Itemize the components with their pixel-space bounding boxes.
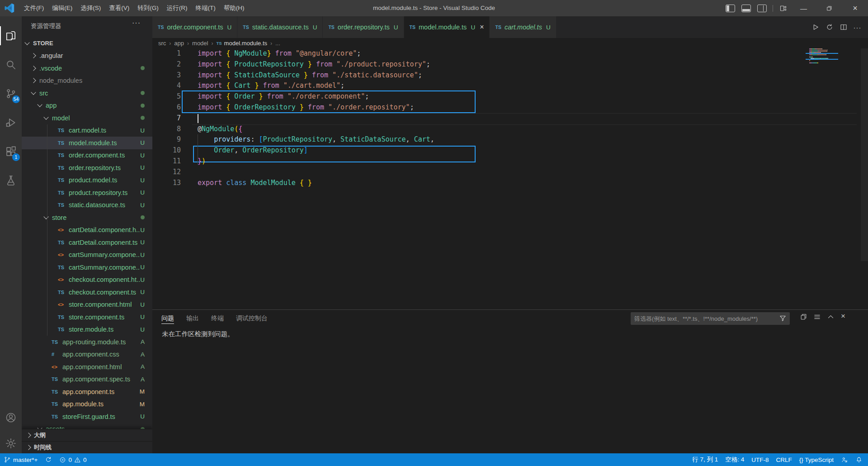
tree-item-model.module.ts[interactable]: TSmodel.module.tsU	[22, 137, 152, 149]
tree-item-order.component.ts[interactable]: TSorder.component.tsU	[22, 149, 152, 162]
tab-order.component.ts[interactable]: TSorder.component.tsU	[152, 16, 237, 38]
language-mode-status[interactable]: {} TypeScript	[796, 453, 837, 466]
tree-item-src[interactable]: src	[22, 87, 152, 100]
editor-scrollbar[interactable]	[861, 48, 868, 261]
breadcrumb-item[interactable]: src	[158, 40, 166, 47]
explorer-more-actions-icon[interactable]: ···	[132, 19, 141, 27]
split-editor-icon[interactable]	[836, 23, 850, 31]
customize-layout-icon[interactable]	[779, 5, 787, 12]
breadcrumb-item[interactable]: app	[174, 40, 184, 47]
tab-cart.model.ts[interactable]: TScart.model.tsU	[490, 16, 556, 38]
breadcrumb-file[interactable]: model.module.ts	[224, 40, 267, 47]
tree-item-store.module.ts[interactable]: TSstore.module.tsU	[22, 323, 152, 336]
activity-account[interactable]	[0, 407, 22, 428]
titlebar-separator	[773, 5, 773, 12]
notifications-bell-icon[interactable]	[852, 453, 866, 466]
tree-item-static.datasource.ts[interactable]: TSstatic.datasource.tsU	[22, 199, 152, 212]
close-panel-icon[interactable]: ×	[838, 312, 849, 321]
tree-item-app.component.html[interactable]: <>app.component.htmlA	[22, 361, 152, 373]
tree-item-store.component.ts[interactable]: TSstore.component.tsU	[22, 311, 152, 323]
tree-item-checkout.component.ts[interactable]: TScheckout.component.tsU	[22, 286, 152, 299]
tree-item-store[interactable]: store	[22, 211, 152, 224]
group-icon[interactable]	[798, 313, 809, 321]
tree-item-cartSummary.compone...[interactable]: TScartSummary.compone...U	[22, 261, 152, 274]
breadcrumb-symbol[interactable]: ...	[275, 40, 280, 47]
publish-changes-button[interactable]	[41, 453, 56, 466]
menu-V[interactable]: 查看(V)	[105, 0, 133, 16]
tree-item-product.repository.ts[interactable]: TSproduct.repository.tsU	[22, 186, 152, 199]
close-window-button[interactable]: ×	[842, 0, 868, 16]
tree-item-label: app	[46, 102, 141, 109]
minimize-button[interactable]: —	[791, 0, 816, 16]
ts-file-icon: TS	[158, 24, 164, 30]
indentation-status[interactable]: 空格: 4	[722, 453, 748, 466]
menu-R[interactable]: 运行(R)	[163, 0, 192, 16]
run-icon[interactable]	[808, 23, 822, 31]
tree-item-cartDetail.component.ts[interactable]: TScartDetail.component.tsU	[22, 236, 152, 249]
outline-section[interactable]: 大纲	[22, 429, 152, 441]
tree-item-storeFirst.guard.ts[interactable]: TSstoreFirst.guard.tsU	[22, 410, 152, 423]
menu-F[interactable]: 文件(F)	[20, 0, 48, 16]
maximize-panel-icon[interactable]	[825, 313, 836, 321]
tree-item-app.component.ts[interactable]: TSapp.component.tsM	[22, 385, 152, 398]
activity-explorer[interactable]	[0, 25, 22, 46]
tree-item-app.module.ts[interactable]: TSapp.module.tsM	[22, 398, 152, 411]
sync-icon[interactable]	[822, 23, 836, 31]
problems-status[interactable]: 00	[56, 453, 90, 466]
activity-source-control[interactable]: 54	[0, 83, 22, 104]
tree-item-model[interactable]: model	[22, 112, 152, 124]
view-as-list-icon[interactable]	[811, 313, 822, 321]
tab-model.module.ts[interactable]: TSmodel.module.tsU×	[404, 16, 490, 38]
tree-item-store.component.html[interactable]: <>store.component.htmlU	[22, 299, 152, 311]
more-actions-icon[interactable]: ···	[850, 24, 864, 31]
toggle-panel-icon[interactable]	[741, 5, 751, 12]
tab-static.datasource.ts[interactable]: TSstatic.datasource.tsU	[237, 16, 323, 38]
activity-testing[interactable]	[0, 170, 22, 191]
tree-item-.angular[interactable]: .angular	[22, 50, 152, 62]
menu-H[interactable]: 帮助(H)	[220, 0, 249, 16]
git-status-badge: U	[140, 177, 145, 184]
panel-tab-终端[interactable]: 终端	[211, 310, 224, 326]
timeline-section[interactable]: 时间线	[22, 441, 152, 453]
tree-item-app.component.spec.ts[interactable]: TSapp.component.spec.tsA	[22, 373, 152, 386]
filter-input[interactable]	[631, 312, 782, 325]
tree-item-cartSummary.compone...[interactable]: <>cartSummary.compone...U	[22, 249, 152, 262]
close-tab-icon[interactable]: ×	[480, 23, 484, 31]
panel-tab-调试控制台[interactable]: 调试控制台	[236, 310, 268, 326]
breadcrumb[interactable]: src›app›model›TSmodel.module.ts›...	[152, 38, 868, 48]
cursor-position-status[interactable]: 行 7, 列 1	[689, 453, 722, 466]
menu-T[interactable]: 终端(T)	[192, 0, 220, 16]
toggle-secondary-sidebar-icon[interactable]	[757, 5, 767, 12]
panel-tab-输出[interactable]: 输出	[186, 310, 199, 326]
breadcrumb-item[interactable]: model	[192, 40, 208, 47]
menu-G[interactable]: 转到(G)	[133, 0, 163, 16]
feedback-icon[interactable]	[837, 453, 852, 466]
menu-E[interactable]: 编辑(E)	[48, 0, 76, 16]
activity-search[interactable]	[0, 54, 22, 75]
tree-section-STORE[interactable]: STORE	[22, 37, 152, 50]
activity-run-debug[interactable]	[0, 112, 22, 133]
tree-item-app-routing.module.ts[interactable]: TSapp-routing.module.tsA	[22, 336, 152, 348]
tree-item-app.component.css[interactable]: #app.component.cssA	[22, 348, 152, 361]
toggle-sidebar-icon[interactable]	[726, 5, 735, 12]
tree-item-node_modules[interactable]: node_modules	[22, 75, 152, 87]
menu-S[interactable]: 选择(S)	[76, 0, 105, 16]
eol-status[interactable]: CRLF	[772, 453, 795, 466]
code-editor[interactable]: 12345678910111213 import { NgModule} fro…	[152, 48, 868, 309]
code-line	[198, 167, 434, 178]
restore-button[interactable]	[816, 0, 842, 16]
encoding-status[interactable]: UTF-8	[748, 453, 772, 466]
tree-item-order.repository.ts[interactable]: TSorder.repository.tsU	[22, 162, 152, 174]
tree-item-product.model.ts[interactable]: TSproduct.model.tsU	[22, 174, 152, 187]
tree-item-checkout.component.ht...[interactable]: <>checkout.component.ht...U	[22, 274, 152, 286]
ts-file-icon: TS	[410, 24, 415, 30]
tab-order.repository.ts[interactable]: TSorder.repository.tsU	[323, 16, 404, 38]
tree-item-.vscode[interactable]: .vscode	[22, 62, 152, 75]
activity-settings[interactable]	[0, 433, 22, 454]
activity-extensions[interactable]: 1	[0, 141, 22, 162]
git-branch-status[interactable]: master*+	[0, 453, 41, 466]
panel-tab-问题[interactable]: 问题	[161, 310, 174, 326]
tree-item-app[interactable]: app	[22, 100, 152, 112]
tree-item-cartDetail.component.h...[interactable]: <>cartDetail.component.h...U	[22, 224, 152, 237]
tree-item-cart.model.ts[interactable]: TScart.model.tsU	[22, 124, 152, 137]
